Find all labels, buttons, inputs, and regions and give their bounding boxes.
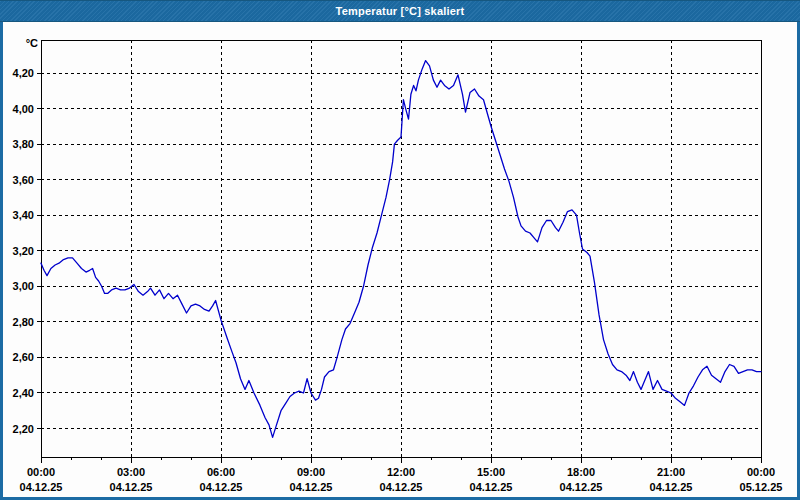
temperature-line <box>41 61 761 438</box>
x-tick-date-label: 04.12.25 <box>290 481 333 493</box>
x-tick-time-label: 06:00 <box>207 466 235 478</box>
x-tick-time-label: 18:00 <box>567 466 595 478</box>
x-tick-time-label: 09:00 <box>297 466 325 478</box>
x-tick-time-label: 21:00 <box>657 466 685 478</box>
y-tick-label: 3,20 <box>13 245 34 257</box>
y-tick-label: 3,80 <box>13 138 34 150</box>
chart-window: 2,202,402,602,803,003,203,403,603,804,00… <box>0 0 800 500</box>
title-bar[interactable]: Temperatur [°C] skaliert <box>0 0 800 22</box>
y-tick-label: 2,40 <box>13 387 34 399</box>
x-tick-time-label: 12:00 <box>387 466 415 478</box>
y-tick-label: 3,40 <box>13 209 34 221</box>
y-tick-label: 3,60 <box>13 174 34 186</box>
x-tick-date-label: 04.12.25 <box>650 481 693 493</box>
x-tick-date-label: 04.12.25 <box>200 481 243 493</box>
x-tick-time-label: 15:00 <box>477 466 505 478</box>
y-tick-label: 3,00 <box>13 280 34 292</box>
x-tick-time-label: 00:00 <box>747 466 775 478</box>
window-title: Temperatur [°C] skaliert <box>0 1 800 21</box>
x-tick-date-label: 04.12.25 <box>560 481 603 493</box>
x-tick-date-label: 04.12.25 <box>110 481 153 493</box>
y-axis-unit-label: °C <box>26 37 38 49</box>
x-tick-date-label: 04.12.25 <box>20 481 63 493</box>
y-tick-label: 2,80 <box>13 316 34 328</box>
y-tick-label: 2,20 <box>13 423 34 435</box>
x-tick-date-label: 05.12.25 <box>740 481 783 493</box>
x-tick-date-label: 04.12.25 <box>380 481 423 493</box>
x-tick-date-label: 04.12.25 <box>470 481 513 493</box>
temperature-chart: 2,202,402,602,803,003,203,403,603,804,00… <box>0 0 800 500</box>
x-tick-time-label: 00:00 <box>27 466 55 478</box>
y-tick-label: 2,60 <box>13 351 34 363</box>
x-tick-time-label: 03:00 <box>117 466 145 478</box>
y-tick-label: 4,00 <box>13 103 34 115</box>
y-tick-label: 4,20 <box>13 67 34 79</box>
